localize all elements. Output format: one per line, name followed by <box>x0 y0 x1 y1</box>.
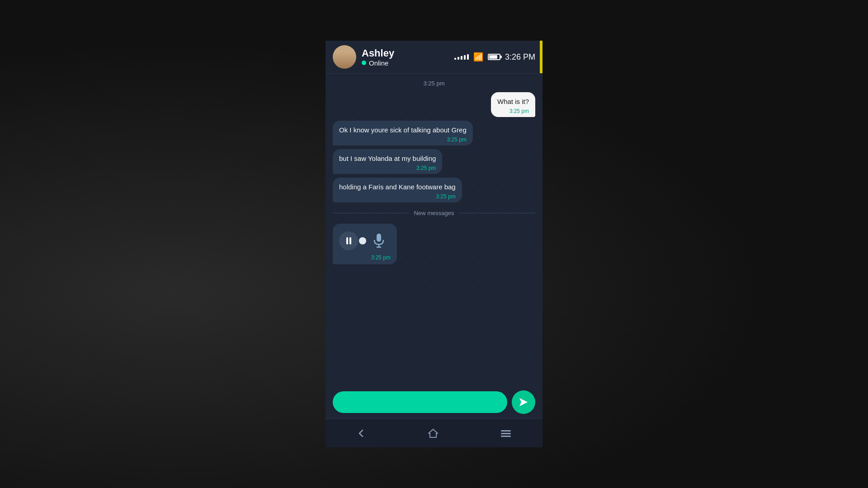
message-time: 3:25 pm <box>339 193 456 200</box>
time-display: 3:26 PM <box>505 52 535 62</box>
status-text: Online <box>369 59 388 67</box>
svg-rect-7 <box>501 436 511 437</box>
home-button[interactable] <box>419 423 448 443</box>
message-time: 3:25 pm <box>339 165 436 171</box>
contact-info: Ashley Online <box>362 47 394 67</box>
avatar-image <box>333 45 356 69</box>
divider-line-left <box>333 213 409 213</box>
mic-icon <box>373 234 385 248</box>
home-icon <box>428 428 439 439</box>
send-icon <box>519 397 528 407</box>
message-bubble-received: holding a Faris and Kane footware bag 3:… <box>333 178 462 202</box>
wifi-icon: 📶 <box>473 52 483 62</box>
contact-status: Online <box>362 59 394 67</box>
message-row: but I saw Yolanda at my building 3:25 pm <box>333 149 535 174</box>
message-bubble-received: Ok I know youre sick of talking about Gr… <box>333 121 473 145</box>
signal-icon <box>454 54 469 60</box>
apps-icon <box>500 428 512 438</box>
svg-rect-0 <box>377 234 381 242</box>
chat-header: Ashley Online 📶 3:26 PM <box>326 41 542 74</box>
status-dot <box>362 61 366 65</box>
message-text: but I saw Yolanda at my building <box>339 154 436 163</box>
voice-message-row: 3:25 pm <box>333 224 535 264</box>
svg-rect-5 <box>501 430 511 432</box>
message-time: 3:25 pm <box>497 108 529 114</box>
message-time: 3:25 pm <box>339 136 467 143</box>
back-icon <box>356 428 366 438</box>
voice-bubble: 3:25 pm <box>333 224 397 264</box>
chat-area: 3:25 pm What is it? 3:25 pm Ok I know yo… <box>326 74 542 386</box>
svg-rect-8 <box>509 433 511 434</box>
pause-icon <box>346 237 351 244</box>
message-text: Ok I know youre sick of talking about Gr… <box>339 125 467 135</box>
avatar[interactable] <box>333 45 356 69</box>
input-area <box>326 386 542 418</box>
bottom-nav <box>326 418 542 447</box>
divider-line-right <box>459 213 535 213</box>
apps-button[interactable] <box>491 424 521 443</box>
battery-icon <box>488 54 500 60</box>
new-messages-divider: New messages <box>333 206 535 220</box>
svg-marker-3 <box>519 398 528 406</box>
yellow-bar <box>540 41 542 73</box>
chat-scroll[interactable]: 3:25 pm What is it? 3:25 pm Ok I know yo… <box>326 74 542 386</box>
message-input[interactable] <box>333 391 507 413</box>
message-text: What is it? <box>497 97 529 106</box>
voice-controls-row <box>339 229 391 253</box>
message-bubble-received: but I saw Yolanda at my building 3:25 pm <box>333 149 442 174</box>
header-left: Ashley Online <box>333 45 394 69</box>
message-text: holding a Faris and Kane footware bag <box>339 182 456 192</box>
phone-container: Ashley Online 📶 3:26 PM <box>326 41 542 447</box>
mic-button[interactable] <box>367 229 391 253</box>
message-bubble-sent: What is it? 3:25 pm <box>491 92 535 117</box>
message-row: Ok I know youre sick of talking about Gr… <box>333 121 535 145</box>
timestamp-label: 3:25 pm <box>333 78 535 89</box>
divider-text: New messages <box>414 210 454 216</box>
message-row: What is it? 3:25 pm <box>333 92 535 117</box>
pause-button[interactable] <box>339 231 358 250</box>
send-button[interactable] <box>512 390 535 414</box>
back-button[interactable] <box>347 424 375 443</box>
voice-message-time: 3:25 pm <box>339 254 391 261</box>
header-right: 📶 3:26 PM <box>454 52 535 62</box>
svg-marker-4 <box>429 429 438 437</box>
contact-name: Ashley <box>362 47 394 59</box>
message-row: holding a Faris and Kane footware bag 3:… <box>333 178 535 202</box>
